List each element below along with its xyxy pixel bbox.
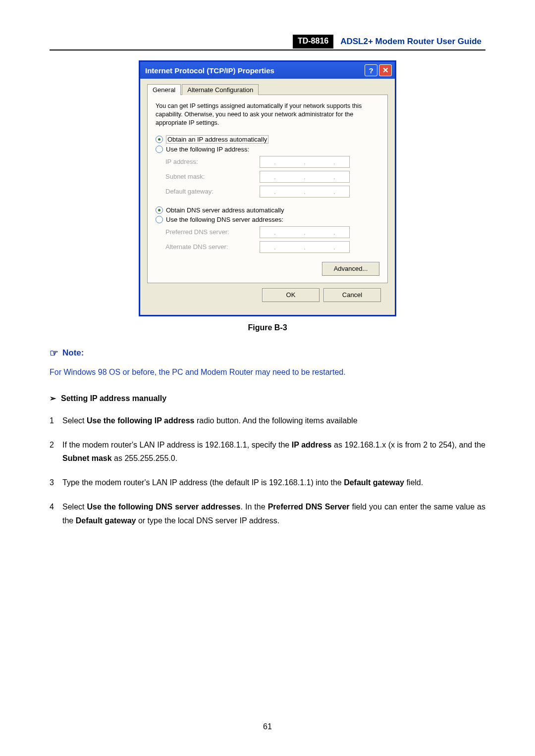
- radio-label: Use the following DNS server addresses:: [166, 216, 283, 223]
- label-alternate-dns: Alternate DNS server:: [165, 243, 260, 251]
- ip-address-input[interactable]: ...: [260, 156, 350, 168]
- radio-obtain-dns-auto[interactable]: Obtain DNS server address automatically: [156, 206, 379, 214]
- step-4: 4 Select Use the following DNS server ad…: [50, 500, 485, 527]
- ok-button[interactable]: OK: [262, 288, 320, 302]
- advanced-button[interactable]: Advanced...: [322, 262, 379, 276]
- cancel-button[interactable]: Cancel: [323, 288, 381, 302]
- step-3: 3 Type the modem router's LAN IP address…: [50, 476, 485, 489]
- section-heading: ➢Setting IP address manually: [50, 394, 485, 403]
- label-preferred-dns: Preferred DNS server:: [165, 228, 260, 236]
- radio-obtain-ip-auto[interactable]: Obtain an IP address automatically: [156, 135, 379, 144]
- dialog-titlebar: Internet Protocol (TCP/IP) Properties ? …: [140, 62, 395, 79]
- radio-icon: [156, 136, 163, 143]
- dialog-description: You can get IP settings assigned automat…: [156, 102, 379, 127]
- radio-label: Obtain DNS server address automatically: [166, 206, 284, 214]
- step-1: 1 Select Use the following IP address ra…: [50, 414, 485, 427]
- dialog-title: Internet Protocol (TCP/IP) Properties: [145, 66, 363, 75]
- radio-icon: [156, 146, 163, 153]
- tab-panel-general: You can get IP settings assigned automat…: [147, 95, 388, 283]
- default-gateway-input[interactable]: ...: [260, 186, 350, 198]
- radio-icon: [156, 206, 163, 214]
- alternate-dns-input[interactable]: ...: [260, 241, 350, 253]
- tab-strip: General Alternate Configuration: [147, 84, 388, 95]
- label-subnet-mask: Subnet mask:: [165, 173, 260, 180]
- help-icon[interactable]: ?: [365, 64, 377, 76]
- step-2: 2 If the modem router's LAN IP address i…: [50, 438, 485, 465]
- tcpip-properties-dialog: Internet Protocol (TCP/IP) Properties ? …: [139, 60, 396, 316]
- section-title: Setting IP address manually: [61, 394, 166, 403]
- doc-header: TD-8816 ADSL2+ Modem Router User Guide: [50, 35, 485, 49]
- label-ip-address: IP address:: [165, 158, 260, 165]
- page-number: 61: [0, 722, 535, 731]
- guide-title: ADSL2+ Modem Router User Guide: [333, 35, 485, 49]
- note-heading: ☞ Note:: [50, 347, 485, 359]
- note-body: For Windows 98 OS or before, the PC and …: [50, 368, 485, 377]
- triangle-bullet-icon: ➢: [50, 394, 56, 403]
- label-default-gateway: Default gateway:: [165, 188, 260, 195]
- preferred-dns-input[interactable]: ...: [260, 226, 350, 238]
- radio-icon: [156, 216, 163, 223]
- tab-alternate-configuration[interactable]: Alternate Configuration: [182, 84, 259, 95]
- pointing-hand-icon: ☞: [50, 347, 58, 359]
- radio-label: Use the following IP address:: [166, 146, 249, 153]
- header-rule: [50, 50, 485, 50]
- steps-list: 1 Select Use the following IP address ra…: [50, 414, 485, 527]
- note-heading-text: Note:: [62, 348, 84, 358]
- radio-use-following-ip[interactable]: Use the following IP address:: [156, 146, 379, 153]
- radio-label: Obtain an IP address automatically: [166, 135, 268, 144]
- radio-use-following-dns[interactable]: Use the following DNS server addresses:: [156, 216, 379, 223]
- figure-caption: Figure B-3: [50, 323, 485, 332]
- subnet-mask-input[interactable]: ...: [260, 171, 350, 183]
- tab-general[interactable]: General: [147, 84, 181, 95]
- model-badge: TD-8816: [293, 35, 333, 49]
- close-icon[interactable]: ✕: [379, 64, 392, 76]
